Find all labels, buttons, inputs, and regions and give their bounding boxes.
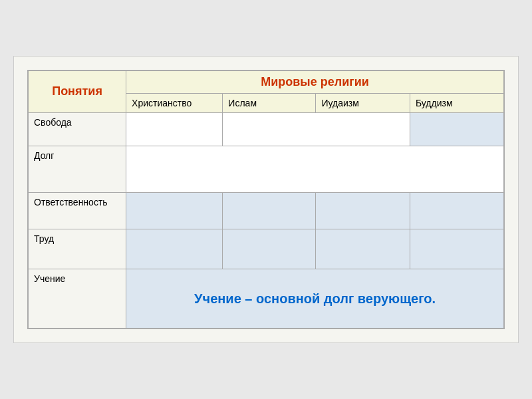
label-svoboda: Свобода [28, 112, 126, 146]
cell-otv-bud [410, 192, 504, 229]
subheader-islam: Ислам [223, 93, 316, 112]
subheader-buddizm: Буддизм [410, 93, 504, 112]
table-row-dolg: Долг [28, 146, 504, 192]
label-otv: Ответственность [28, 192, 126, 229]
highlight-text: Учение – основной долг верующего. [194, 291, 436, 306]
cell-trud-bud [410, 229, 504, 269]
table-row-trud: Труд [28, 229, 504, 269]
cell-otv-isl [223, 192, 316, 229]
cell-svoboda-bud [410, 112, 504, 146]
cell-uchenie-highlight: Учение – основной долг верующего. [126, 269, 504, 329]
cell-svoboda-chr [126, 112, 223, 146]
table-row-svoboda: Свобода [28, 112, 504, 146]
cell-otv-iud [316, 192, 410, 229]
table-row-otv: Ответственность [28, 192, 504, 229]
label-trud: Труд [28, 229, 126, 269]
subheader-christianstvo: Христианство [126, 93, 223, 112]
table-row-uchenie: Учение Учение – основной долг верующего. [28, 269, 504, 329]
header-mirovye: Мировые религии [126, 70, 504, 94]
cell-dolg-full [126, 146, 504, 192]
main-table: Понятия Мировые религии Христианство Исл… [27, 70, 505, 330]
cell-otv-chr [126, 192, 223, 229]
subheader-iudaizm: Иудаизм [316, 93, 410, 112]
label-uchenie: Учение [28, 269, 126, 329]
cell-trud-chr [126, 229, 223, 269]
header-poniatia: Понятия [28, 70, 126, 113]
label-dolg: Долг [28, 146, 126, 192]
cell-trud-isl [223, 229, 316, 269]
cell-trud-iud [316, 229, 410, 269]
page-wrapper: Понятия Мировые религии Христианство Исл… [13, 56, 519, 344]
cell-svoboda-isl [223, 112, 410, 146]
